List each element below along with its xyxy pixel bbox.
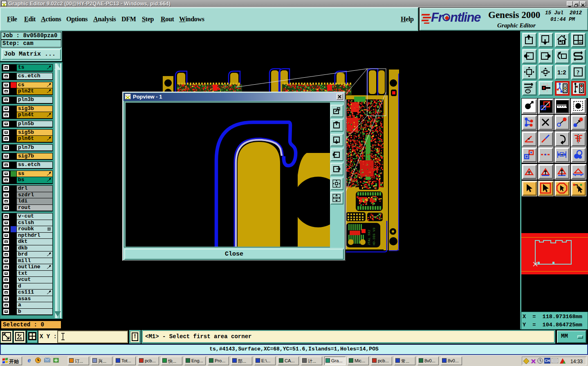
- svg-text:?: ?: [577, 70, 579, 76]
- svg-text:XY: XY: [579, 41, 583, 44]
- svg-text:JTAL SX2: JTAL SX2: [367, 229, 371, 245]
- svg-text:HD-DIG V3: HD-DIG V3: [372, 228, 376, 245]
- svg-text:4: 4: [561, 153, 563, 157]
- svg-text:1:2: 1:2: [557, 69, 566, 76]
